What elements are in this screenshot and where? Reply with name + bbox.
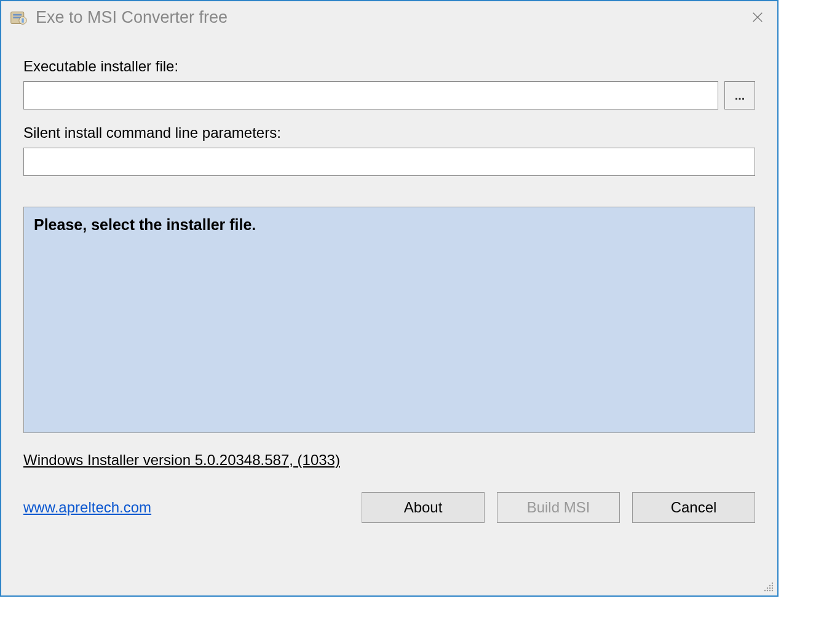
svg-point-15	[769, 590, 771, 591]
website-link[interactable]: www.apreltech.com	[23, 499, 151, 516]
svg-point-8	[769, 585, 771, 586]
silent-params-input[interactable]	[23, 148, 755, 176]
svg-point-16	[772, 590, 773, 591]
svg-rect-4	[22, 18, 24, 23]
app-icon	[9, 7, 28, 27]
close-icon	[751, 10, 764, 24]
resize-grip[interactable]	[763, 581, 775, 593]
app-window: Exe to MSI Converter free Executable ins…	[0, 0, 779, 597]
svg-point-14	[767, 590, 768, 591]
svg-point-11	[769, 587, 771, 589]
footer: www.apreltech.com About Build MSI Cancel	[23, 492, 755, 523]
executable-row: ...	[23, 81, 755, 109]
svg-point-9	[772, 585, 773, 586]
svg-point-10	[767, 587, 768, 589]
svg-rect-1	[13, 14, 22, 16]
svg-point-13	[764, 590, 766, 591]
about-button[interactable]: About	[362, 492, 485, 523]
titlebar: Exe to MSI Converter free	[1, 1, 777, 33]
executable-label: Executable installer file:	[23, 58, 755, 75]
content-area: Executable installer file: ... Silent in…	[1, 33, 777, 535]
build-msi-button[interactable]: Build MSI	[497, 492, 620, 523]
svg-point-7	[772, 583, 773, 584]
status-message: Please, select the installer file.	[34, 216, 745, 234]
version-info: Windows Installer version 5.0.20348.587,…	[23, 452, 340, 469]
window-title: Exe to MSI Converter free	[36, 8, 745, 27]
browse-button[interactable]: ...	[724, 81, 755, 109]
cancel-button[interactable]: Cancel	[632, 492, 755, 523]
svg-point-12	[772, 587, 773, 589]
silent-params-label: Silent install command line parameters:	[23, 124, 755, 141]
button-group: About Build MSI Cancel	[362, 492, 755, 523]
close-button[interactable]	[745, 5, 770, 30]
status-panel: Please, select the installer file.	[23, 207, 755, 433]
executable-input[interactable]	[23, 81, 718, 109]
